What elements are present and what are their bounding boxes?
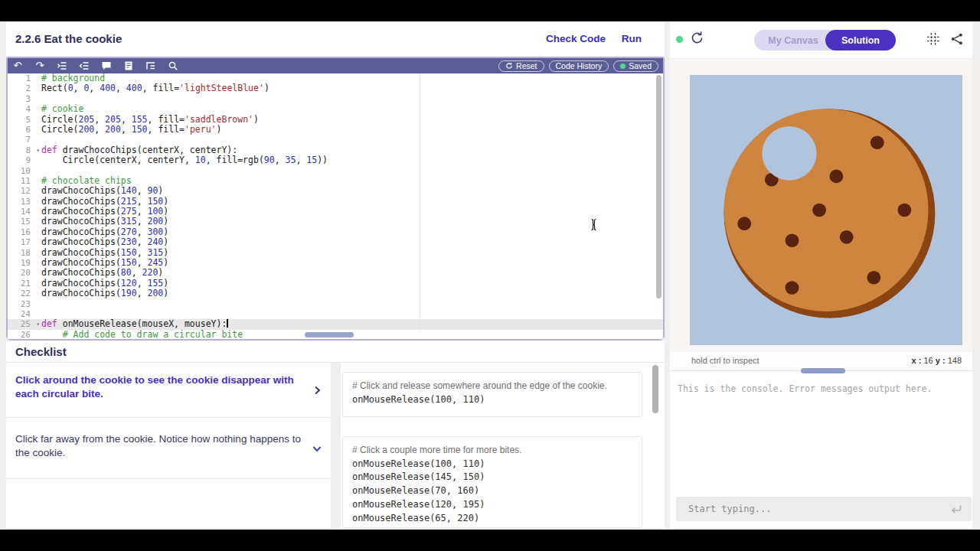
chocolate-chip — [786, 281, 799, 295]
checklist-panel: Checklist Click around the cookie to see… — [6, 341, 665, 528]
code-line-24[interactable]: 24 — [8, 309, 663, 319]
code-line-1[interactable]: 1# background — [8, 73, 663, 83]
code-line-17[interactable]: 17drawChocoChips(230, 240) — [8, 237, 663, 247]
code-line-7[interactable]: 7 — [8, 135, 663, 145]
checklist-header: Checklist — [6, 341, 665, 363]
reset-button[interactable]: Reset — [498, 60, 544, 72]
print-margin-ruler — [420, 73, 420, 332]
cookie-bite — [762, 126, 816, 181]
snippet-code-line: onMouseRelease(70, 160) — [352, 484, 632, 498]
grid-icon[interactable] — [926, 32, 940, 46]
code-line-19[interactable]: 19drawChocoChips(150, 245) — [8, 258, 663, 268]
code-editor-panel: ↶ ↷ — [6, 57, 665, 341]
code-line-25[interactable]: 25▾def onMouseRelease(mouseX, mouseY): — [8, 319, 663, 329]
comment-icon[interactable] — [101, 60, 112, 71]
code-line-16[interactable]: 16drawChocoChips(270, 300) — [8, 227, 663, 237]
undo-icon[interactable]: ↶ — [12, 60, 23, 71]
code-line-14[interactable]: 14drawChocoChips(275, 100) — [8, 207, 663, 217]
chevron-down-icon[interactable] — [311, 442, 323, 455]
checklist-item-1[interactable]: Click around the cookie to see the cooki… — [6, 363, 331, 418]
chocolate-chip — [840, 230, 854, 244]
code-line-11[interactable]: 11# chocolate chips — [8, 176, 663, 186]
preview-toolbar: My Canvas Solution — [670, 21, 972, 58]
code-snippet-2: # Click a couple more time for more bite… — [342, 436, 642, 528]
code-line-5[interactable]: 5Circle(205, 205, 155, fill='saddleBrown… — [8, 115, 663, 125]
check-code-button[interactable]: Check Code — [546, 33, 606, 44]
indent-guide-icon[interactable] — [145, 60, 156, 71]
console-message: This is the console. Error messages outp… — [678, 383, 932, 394]
inspect-hint: hold ctrl to inspect — [691, 356, 760, 365]
chocolate-chip — [786, 233, 799, 247]
checklist-items: Click around the cookie to see the cooki… — [6, 363, 331, 528]
code-history-button[interactable]: Code History — [549, 60, 609, 72]
column-gap — [331, 363, 341, 528]
canvas-region — [670, 58, 972, 352]
outdent-icon[interactable] — [79, 60, 90, 71]
checklist-scrollbar[interactable] — [652, 365, 658, 413]
chocolate-chip — [812, 204, 826, 217]
code-line-2[interactable]: 2Rect(0, 0, 400, 400, fill='lightSteelBl… — [8, 83, 663, 93]
code-line-9[interactable]: 9 Circle(centerX, centerY, 10, fill=rgb(… — [8, 155, 663, 165]
code-line-20[interactable]: 20drawChocoChips(80, 220) — [8, 268, 663, 278]
code-line-8[interactable]: 8▾def drawChocoChips(centerX, centerY): — [8, 145, 663, 155]
cookie-canvas[interactable] — [690, 75, 962, 345]
code-line-21[interactable]: 21drawChocoChips(120, 155) — [8, 279, 663, 289]
search-icon[interactable] — [168, 60, 178, 71]
saved-status-badge: Saved — [613, 60, 658, 72]
indent-icon[interactable] — [57, 60, 67, 71]
tab-solution[interactable]: Solution — [825, 30, 896, 51]
page-title: 2.2.6 Eat the cookie — [15, 32, 122, 45]
chocolate-chip — [897, 204, 911, 217]
panel-drag-handle[interactable] — [801, 368, 845, 373]
saved-dot — [620, 64, 626, 69]
code-line-22[interactable]: 22drawChocoChips(190, 200) — [8, 289, 663, 298]
code-line-23[interactable]: 23 — [8, 299, 663, 309]
code-line-10[interactable]: 10 — [8, 166, 663, 176]
console-input[interactable]: Start typing... — [676, 497, 972, 521]
app-window: 2.2.6 Eat the cookie Check Code Run ↶ ↷ — [0, 0, 980, 551]
status-dot — [676, 36, 683, 43]
checklist-item-2[interactable]: Click far away from the cookie. Notice h… — [6, 418, 331, 479]
share-icon[interactable] — [951, 33, 963, 45]
console-panel: This is the console. Error messages outp… — [670, 370, 972, 528]
format-icon[interactable] — [123, 60, 134, 71]
code-line-15[interactable]: 15drawChocoChips(315, 200) — [8, 217, 663, 227]
snippet-code-line: onMouseRelease(100, 110) — [352, 393, 632, 407]
canvas-tab-toggle: My Canvas Solution — [754, 30, 896, 51]
redo-icon[interactable]: ↷ — [34, 60, 45, 71]
snippet-code-line: onMouseRelease(100, 110) — [352, 458, 632, 471]
chocolate-chip — [829, 170, 843, 184]
snippet-code-line: onMouseRelease(65, 220) — [352, 512, 632, 526]
return-icon — [949, 504, 962, 515]
refresh-icon[interactable] — [690, 31, 704, 45]
code-area[interactable]: 1# background2Rect(0, 0, 400, 400, fill=… — [8, 73, 663, 339]
content-area: 2.2.6 Eat the cookie Check Code Run ↶ ↷ — [0, 21, 980, 530]
chevron-right-icon[interactable] — [311, 384, 323, 396]
code-line-13[interactable]: 13drawChocoChips(215, 150) — [8, 197, 663, 207]
cursor-coordinates: x : 16 y : 148 — [912, 356, 962, 365]
code-line-4[interactable]: 4# cookie — [8, 104, 663, 114]
snippet-code-line: onMouseRelease(145, 150) — [352, 471, 632, 484]
snippet-code-line: onMouseRelease(120, 195) — [352, 498, 632, 512]
mouse-ibeam-cursor — [590, 218, 598, 231]
console-input-placeholder: Start typing... — [688, 504, 771, 514]
reset-icon — [505, 62, 513, 70]
tab-my-canvas[interactable]: My Canvas — [754, 30, 832, 51]
code-line-12[interactable]: 12drawChocoChips(140, 90) — [8, 186, 663, 196]
exercise-header: 2.2.6 Eat the cookie Check Code Run — [6, 21, 665, 57]
checklist-heading: Checklist — [15, 345, 67, 358]
chocolate-chip — [871, 135, 884, 149]
chocolate-chip — [867, 271, 880, 285]
run-button[interactable]: Run — [622, 33, 642, 44]
code-line-6[interactable]: 6Circle(200, 200, 150, fill='peru') — [8, 125, 663, 135]
chocolate-chip — [737, 217, 751, 230]
editor-vertical-scrollbar[interactable] — [656, 75, 662, 298]
code-snippet-1: # Click and release somewhere around the… — [342, 372, 642, 417]
code-line-3[interactable]: 3 — [8, 94, 663, 104]
checklist-snippets: # Click and release somewhere around the… — [341, 363, 654, 528]
editor-toolbar: ↶ ↷ — [8, 58, 663, 73]
code-line-18[interactable]: 18drawChocoChips(150, 315) — [8, 248, 663, 258]
editor-horizontal-scrollbar[interactable] — [305, 332, 354, 337]
